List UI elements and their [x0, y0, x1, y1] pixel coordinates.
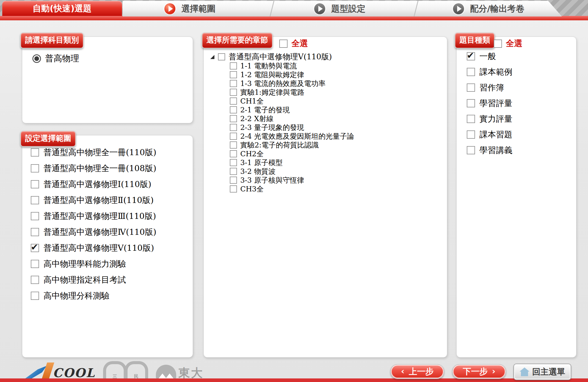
checkbox-label: 普通型高中選修物理Ⅱ(110版) — [43, 195, 154, 206]
checkbox[interactable] — [230, 177, 237, 184]
chapter-item[interactable]: CH2全 — [230, 149, 354, 158]
tree-expander-icon[interactable] — [210, 55, 214, 59]
checkbox[interactable] — [230, 62, 237, 69]
chapter-label: CH2全 — [240, 149, 264, 159]
sanmin-char: 民 — [134, 374, 139, 380]
checkbox[interactable] — [467, 52, 475, 60]
chapter-item[interactable]: 2-3 量子現象的發現 — [230, 123, 354, 132]
checkbox[interactable] — [279, 40, 288, 48]
range-option[interactable]: 普通型高中物理全一冊(110版) — [31, 144, 156, 160]
chapter-label: CH3全 — [240, 184, 264, 194]
chapter-select-all[interactable]: 全選 — [279, 38, 308, 49]
chapter-item[interactable]: 1-3 電流的熱效應及電功率 — [230, 79, 354, 88]
tab-auto-quick-select[interactable]: 自動(快速)選題 — [2, 1, 122, 16]
checkbox[interactable] — [230, 89, 237, 96]
radio-button[interactable] — [32, 54, 41, 63]
home-icon — [520, 367, 529, 376]
range-option[interactable]: 普通型高中物理全一冊(108版) — [31, 160, 156, 176]
range-option[interactable]: 普通型高中選修物理Ⅲ(110版) — [31, 208, 156, 224]
checkbox-label: 學習評量 — [479, 98, 512, 109]
sanmin-arch-icon: 民 — [125, 361, 148, 378]
chapter-item[interactable]: CH3全 — [230, 185, 354, 193]
type-select-all[interactable]: 全選 — [494, 38, 522, 49]
chapter-label: 3-2 物質波 — [240, 167, 275, 176]
return-main-menu-button[interactable]: 回主選單 — [514, 364, 571, 380]
chapter-item[interactable]: 實驗2:電子的荷質比認識 — [230, 141, 354, 149]
tab-score-output[interactable]: 配分/輸出考卷 — [453, 1, 524, 16]
subject-option-pugao-physics[interactable]: 普高物理 — [32, 53, 79, 64]
chapter-item[interactable]: 1-1 電動勢與電流 — [230, 62, 354, 70]
checkbox[interactable] — [230, 133, 237, 140]
select-all-label: 全選 — [291, 38, 308, 49]
checkbox[interactable] — [31, 244, 39, 252]
range-option[interactable]: 普通型高中選修物理Ⅰ(110版) — [31, 176, 156, 192]
range-option[interactable]: 高中物理學科能力測驗 — [31, 256, 156, 272]
checkbox[interactable] — [230, 115, 237, 122]
checkbox[interactable] — [230, 106, 237, 113]
checkbox[interactable] — [467, 68, 475, 76]
next-step-button[interactable]: 下一步 › — [452, 364, 506, 379]
checkbox[interactable] — [230, 150, 237, 157]
type-option[interactable]: 學習評量 — [467, 99, 512, 108]
checkbox[interactable] — [31, 164, 39, 172]
chapter-item[interactable]: CH1全 — [230, 97, 354, 105]
type-option[interactable]: 一般 — [467, 52, 512, 61]
tab-label: 選擇範圍 — [181, 3, 216, 15]
checkbox-label: 課本習題 — [479, 129, 512, 140]
chapter-item[interactable]: 1-2 電阻與歐姆定律 — [230, 70, 354, 79]
chapter-item[interactable]: 2-2 X射線 — [230, 114, 354, 123]
checkbox-label: 普通型高中物理全一冊(108版) — [43, 163, 156, 174]
checkbox[interactable] — [31, 260, 39, 268]
checkbox[interactable] — [31, 292, 39, 300]
checkbox[interactable] — [31, 196, 39, 204]
checkbox[interactable] — [467, 99, 475, 107]
checkbox[interactable] — [230, 185, 237, 193]
footer-logos: COOL 三 民 東大 — [25, 362, 204, 378]
play-icon — [164, 3, 175, 14]
checkbox[interactable] — [31, 180, 39, 188]
checkbox[interactable] — [467, 130, 475, 139]
range-option[interactable]: 高中物理指定科目考試 — [31, 272, 156, 288]
dongda-logo-text: 東大 — [178, 367, 204, 378]
chapter-item[interactable]: 2-4 光電效應及愛因斯坦的光量子論 — [230, 132, 354, 141]
chapter-item[interactable]: 2-1 電子的發現 — [230, 105, 354, 114]
tab-question-type-setting[interactable]: 題型設定 — [314, 1, 365, 16]
tab-select-range[interactable]: 選擇範圍 — [164, 1, 216, 16]
checkbox[interactable] — [467, 83, 475, 92]
checkbox[interactable] — [31, 212, 39, 220]
chapter-item[interactable]: 3-1 原子模型 — [230, 158, 354, 167]
checkbox[interactable] — [230, 124, 237, 131]
checkbox[interactable] — [467, 115, 475, 123]
checkbox-label: 普通型高中物理全一冊(110版) — [43, 147, 156, 158]
checkbox[interactable] — [31, 228, 39, 236]
checkbox[interactable] — [230, 71, 237, 78]
type-option[interactable]: 習作簿 — [467, 83, 512, 92]
chapter-label: 1-1 電動勢與電流 — [240, 61, 297, 71]
checkbox[interactable] — [230, 97, 237, 105]
chapter-item[interactable]: 3-2 物質波 — [230, 167, 354, 176]
checkbox[interactable] — [230, 159, 237, 166]
chapter-item[interactable]: 實驗1:姆定律與電路 — [230, 88, 354, 97]
type-option[interactable]: 課本習題 — [467, 130, 512, 139]
checkbox[interactable] — [467, 146, 475, 154]
range-option[interactable]: 普通型高中選修物理Ⅳ(110版) — [31, 224, 156, 240]
type-option[interactable]: 學習講義 — [467, 146, 512, 155]
checkbox[interactable] — [218, 53, 225, 60]
chapter-item[interactable]: 3-3 原子核與守恆律 — [230, 176, 354, 185]
chapter-tree-root[interactable]: 普通型高中選修物理Ⅴ(110版) — [210, 52, 332, 62]
tab-label: 自動(快速)選題 — [33, 3, 92, 14]
checkbox[interactable] — [230, 141, 237, 149]
checkbox[interactable] — [31, 148, 39, 157]
type-option[interactable]: 課本範例 — [467, 67, 512, 77]
checkbox[interactable] — [31, 276, 39, 284]
button-label: 回主選單 — [532, 366, 565, 378]
checkbox-label: 普通型高中選修物理Ⅲ(110版) — [43, 211, 156, 222]
previous-step-button[interactable]: ‹ 上一步 — [390, 364, 444, 379]
range-option[interactable]: 普通型高中選修物理Ⅴ(110版) — [31, 240, 156, 256]
checkbox[interactable] — [230, 80, 237, 87]
checkbox[interactable] — [494, 40, 502, 48]
type-option[interactable]: 實力評量 — [467, 114, 512, 124]
range-option[interactable]: 高中物理分科測驗 — [31, 288, 156, 304]
checkbox[interactable] — [230, 168, 237, 175]
range-option[interactable]: 普通型高中選修物理Ⅱ(110版) — [31, 192, 156, 208]
